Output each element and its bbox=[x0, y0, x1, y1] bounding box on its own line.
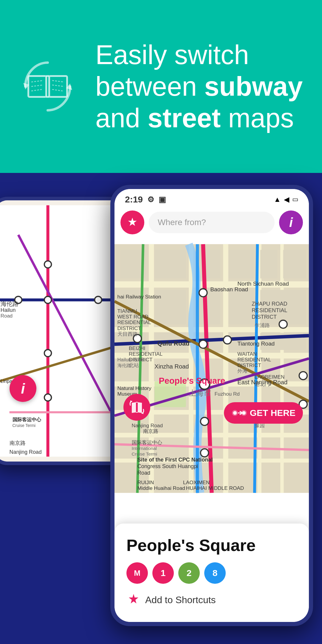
svg-text:ZHAPU ROAD: ZHAPU ROAD bbox=[252, 301, 287, 307]
get-here-button[interactable]: GET HERE bbox=[224, 402, 303, 424]
search-placeholder: Where from? bbox=[158, 218, 206, 227]
svg-point-80 bbox=[201, 449, 209, 457]
svg-point-32 bbox=[131, 221, 134, 224]
phone-front-screen: 2:19 ⚙ ▣ ▲ ◀ ▭ W bbox=[114, 189, 309, 622]
settings-icon: ⚙ bbox=[147, 195, 154, 204]
svg-text:Nanjing Road: Nanjing Road bbox=[132, 422, 163, 428]
svg-text:南京路: 南京路 bbox=[143, 428, 158, 434]
svg-text:Hailun: Hailun bbox=[1, 307, 16, 313]
get-here-label: GET HERE bbox=[250, 408, 295, 418]
svg-text:TIANMU: TIANMU bbox=[117, 308, 137, 314]
svg-text:老北门: 老北门 bbox=[255, 381, 270, 387]
svg-text:海伦路: 海伦路 bbox=[117, 363, 131, 368]
svg-line-9 bbox=[52, 80, 64, 82]
battery-icon: ▭ bbox=[292, 196, 298, 203]
svg-text:Qufu Road: Qufu Road bbox=[157, 340, 190, 347]
svg-text:外滩: 外滩 bbox=[237, 368, 247, 374]
star-icon bbox=[126, 216, 139, 229]
svg-text:海伦路: 海伦路 bbox=[1, 301, 18, 307]
status-bar: 2:19 ⚙ ▣ ▲ ◀ ▭ bbox=[114, 189, 309, 208]
svg-line-8 bbox=[31, 89, 42, 91]
map-area: Baoshan Road North Sichuan Road ZHAPU RO… bbox=[114, 239, 309, 498]
svg-text:WEST ROAD: WEST ROAD bbox=[117, 314, 148, 320]
svg-text:International: International bbox=[132, 446, 157, 451]
navigation-icon bbox=[231, 408, 247, 418]
svg-text:RESIDENTIAL: RESIDENTIAL bbox=[252, 307, 287, 313]
svg-text:BEIZHI: BEIZHI bbox=[129, 345, 145, 351]
svg-line-10 bbox=[52, 85, 64, 86]
svg-point-23 bbox=[95, 296, 102, 304]
svg-text:DISTRICT: DISTRICT bbox=[252, 314, 277, 320]
svg-text:DISTRICT: DISTRICT bbox=[237, 362, 261, 368]
svg-point-82 bbox=[299, 372, 307, 380]
svg-text:Hailun Road: Hailun Road bbox=[117, 357, 144, 362]
top-hero-section: Easily switch between subway and street … bbox=[0, 0, 322, 173]
svg-text:RESIDENTIAL: RESIDENTIAL bbox=[117, 319, 151, 325]
map-switch-icon-container bbox=[15, 54, 80, 119]
search-bar-container: Where from? i bbox=[114, 208, 309, 239]
svg-point-75 bbox=[199, 340, 207, 348]
svg-point-74 bbox=[199, 289, 207, 297]
svg-point-142 bbox=[242, 411, 246, 415]
svg-text:Cruise Termi: Cruise Termi bbox=[13, 423, 36, 428]
headline: Easily switch between subway and street … bbox=[95, 39, 303, 134]
line-badges: M 1 2 8 bbox=[126, 562, 297, 584]
svg-text:国际客运中心: 国际客运中心 bbox=[132, 439, 162, 445]
map-switch-button[interactable] bbox=[123, 394, 150, 421]
shortcuts-button[interactable]: Add to Shortcuts bbox=[126, 593, 297, 607]
svg-text:Congress South Huangpi: Congress South Huangpi bbox=[137, 463, 198, 469]
bottom-section: 海伦路 Hailun Road Nanjing Road 南京路 Linpa 国… bbox=[0, 173, 322, 644]
svg-rect-3 bbox=[49, 76, 67, 97]
info-button-front[interactable]: i bbox=[279, 210, 303, 234]
svg-point-139 bbox=[233, 411, 237, 415]
svg-text:天目西路: 天目西路 bbox=[117, 331, 138, 337]
svg-point-20 bbox=[44, 349, 52, 357]
svg-text:RESIDENTIAL: RESIDENTIAL bbox=[129, 351, 163, 357]
svg-text:HUAIHAI MIDDLE ROAD: HUAIHAI MIDDLE ROAD bbox=[186, 485, 244, 491]
svg-text:North Sichuan Road: North Sichuan Road bbox=[237, 281, 289, 287]
signal-bars-icon: ◀ bbox=[284, 195, 289, 204]
street-map-svg: Baoshan Road North Sichuan Road ZHAPU RO… bbox=[114, 239, 309, 498]
status-right: ▲ ◀ ▭ bbox=[274, 195, 298, 204]
svg-point-77 bbox=[223, 336, 231, 344]
info-icon-back: i bbox=[21, 380, 25, 397]
svg-point-78 bbox=[279, 320, 287, 328]
bottom-panel: People's Square M 1 2 8 bbox=[114, 524, 309, 622]
svg-text:WAITAN: WAITAN bbox=[237, 351, 257, 357]
status-left: 2:19 ⚙ ▣ bbox=[125, 194, 166, 205]
station-name: People's Square bbox=[126, 535, 297, 555]
shortcuts-star-icon bbox=[126, 593, 141, 607]
time-display: 2:19 bbox=[125, 194, 143, 205]
phone-front: 2:19 ⚙ ▣ ▲ ◀ ▭ W bbox=[110, 185, 313, 626]
svg-text:People's Square: People's Square bbox=[159, 376, 225, 386]
info-button-back[interactable]: i bbox=[10, 375, 36, 402]
favorites-button[interactable] bbox=[120, 210, 144, 234]
svg-text:LAOBEIMEN: LAOBEIMEN bbox=[255, 374, 285, 380]
svg-text:Natural History: Natural History bbox=[117, 385, 151, 391]
svg-text:Cruise Termi: Cruise Termi bbox=[132, 451, 157, 456]
svg-text:国际客运中心: 国际客运中心 bbox=[13, 417, 41, 422]
line-badge-8: 8 bbox=[204, 562, 226, 584]
svg-marker-136 bbox=[130, 400, 132, 402]
svg-text:hai Railway Station: hai Railway Station bbox=[117, 294, 161, 300]
svg-text:Site of the First CPC National: Site of the First CPC National bbox=[137, 457, 213, 463]
map-switch-illustration bbox=[18, 57, 78, 116]
line-2-label: 2 bbox=[187, 568, 192, 578]
svg-text:上海市: 上海市 bbox=[189, 389, 211, 397]
svg-text:Road: Road bbox=[1, 313, 13, 319]
svg-text:Xinzha Road: Xinzha Road bbox=[154, 363, 189, 370]
svg-point-79 bbox=[201, 417, 209, 425]
svg-line-7 bbox=[31, 85, 43, 86]
svg-line-11 bbox=[52, 89, 63, 91]
svg-point-18 bbox=[44, 261, 52, 268]
sim-icon: ▣ bbox=[159, 195, 166, 204]
svg-text:Nanjing Road: Nanjing Road bbox=[10, 449, 42, 455]
svg-text:RUIJIN: RUIJIN bbox=[137, 479, 154, 485]
book-map-icon bbox=[129, 400, 144, 415]
svg-text:Baoshan Road: Baoshan Road bbox=[210, 286, 248, 292]
svg-text:LAOXIMEN: LAOXIMEN bbox=[183, 479, 210, 485]
search-input[interactable]: Where from? bbox=[149, 212, 275, 233]
svg-text:DISTRICT: DISTRICT bbox=[117, 325, 141, 331]
headline-line1: Easily switch bbox=[95, 40, 249, 70]
line-badge-m: M bbox=[126, 562, 148, 584]
